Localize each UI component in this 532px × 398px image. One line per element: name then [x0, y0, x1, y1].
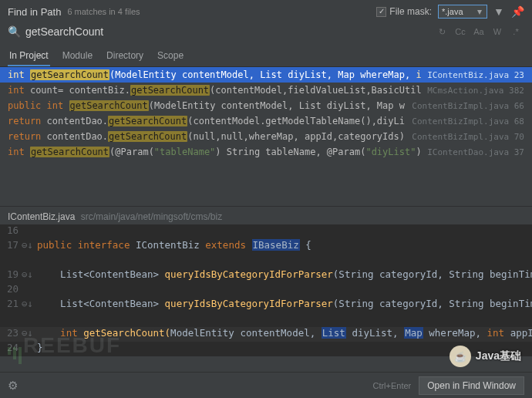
gear-icon[interactable]: ⚙ — [8, 379, 18, 393]
file-mask-label: File mask: — [389, 6, 432, 17]
scope-tabs: In Project Module Directory Scope — [0, 45, 532, 67]
tab-directory[interactable]: Directory — [105, 48, 145, 66]
match-summary: 6 matches in 4 files — [67, 7, 140, 16]
shortcut-hint: Ctrl+Enter — [372, 381, 411, 390]
search-input[interactable] — [25, 25, 432, 38]
pin-icon[interactable]: 📌 — [510, 5, 524, 18]
dialog-title: Find in Path — [8, 6, 61, 18]
editor-line[interactable]: 20 — [0, 283, 532, 298]
match-case-aa-toggle[interactable]: Aa — [470, 25, 487, 39]
open-in-find-window-button[interactable]: Open in Find Window — [419, 376, 524, 395]
file-mask-field[interactable]: ▾ — [438, 5, 487, 19]
editor-line[interactable] — [0, 254, 532, 268]
result-row[interactable]: return contentDao.getSearchCount(null,nu… — [0, 129, 532, 144]
result-row[interactable]: int count= contentBiz.getSearchCount(con… — [0, 83, 532, 98]
preview-path: src/main/java/net/mingsoft/cms/biz — [81, 211, 222, 222]
result-row[interactable]: return contentDao.getSearchCount(content… — [0, 113, 532, 129]
channel-watermark: ☕ Java基础 — [450, 346, 521, 367]
tab-in-project[interactable]: In Project — [8, 48, 50, 66]
preview-header: IContentBiz.java src/main/java/net/mings… — [0, 206, 532, 224]
avatar: ☕ — [450, 346, 471, 367]
editor-line[interactable]: 16 — [0, 224, 532, 239]
result-row[interactable]: public int getSearchCount(ModelEntity co… — [0, 98, 532, 113]
editor-line[interactable]: 21⊖↓ List<ContentBean> queryIdsByCategor… — [0, 298, 532, 312]
history-icon[interactable]: ↻ — [433, 25, 450, 39]
editor-line[interactable]: 19⊖↓ List<ContentBean> queryIdsByCategor… — [0, 268, 532, 283]
preview-filename: IContentBiz.java — [8, 211, 75, 222]
editor-line[interactable]: 17⊖↓public interface IContentBiz extends… — [0, 239, 532, 254]
tab-module[interactable]: Module — [61, 48, 94, 66]
file-mask-dropdown-icon[interactable]: ▾ — [474, 6, 485, 17]
words-toggle[interactable]: W — [489, 25, 506, 39]
background-brand: REEBUF — [8, 333, 121, 364]
regex-toggle[interactable]: .* — [507, 25, 524, 39]
result-row[interactable]: int getSearchCount(@Param("tableName") S… — [0, 144, 532, 160]
filter-icon[interactable]: ▼ — [492, 5, 506, 18]
file-mask-input[interactable] — [442, 7, 474, 16]
results-list[interactable]: int getSearchCount(ModelEntity contentMo… — [0, 67, 532, 160]
tab-scope[interactable]: Scope — [156, 48, 185, 66]
search-icon: 🔍 — [8, 25, 21, 38]
match-case-toggle[interactable]: Cc — [452, 25, 469, 39]
result-row[interactable]: int getSearchCount(ModelEntity contentMo… — [0, 67, 532, 83]
watermark-text: Java基础 — [476, 349, 521, 363]
editor-line[interactable] — [0, 312, 532, 327]
file-mask-checkbox[interactable] — [376, 7, 386, 17]
